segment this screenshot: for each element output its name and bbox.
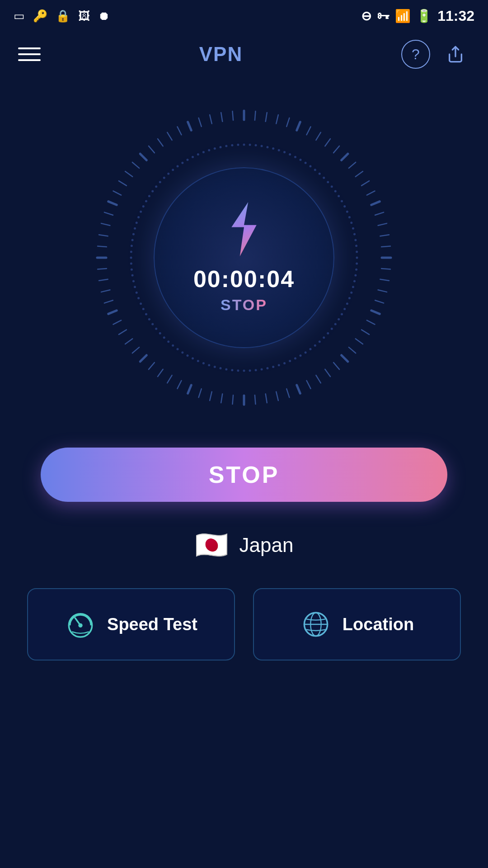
svg-line-58	[101, 290, 110, 292]
outer-dashes-ring[interactable]: 00:00:04 STOP	[90, 104, 398, 411]
svg-line-44	[210, 392, 212, 401]
vpn-toggle-button[interactable]: 00:00:04 STOP	[154, 167, 334, 348]
svg-point-104	[283, 362, 286, 364]
svg-point-144	[131, 239, 134, 241]
svg-point-97	[319, 340, 321, 343]
status-bar: ▭ 🔑 🔒 🖼 ⏺ ⊖ 🗝 📶 🔋 11:32	[0, 0, 488, 32]
svg-point-107	[266, 367, 268, 369]
svg-point-155	[159, 181, 161, 183]
svg-line-52	[132, 347, 139, 353]
svg-line-20	[381, 246, 390, 247]
svg-line-25	[375, 300, 384, 303]
svg-point-120	[192, 357, 194, 359]
svg-line-4	[276, 115, 278, 123]
svg-line-17	[375, 212, 384, 215]
svg-line-75	[177, 127, 181, 135]
svg-point-182	[305, 162, 307, 164]
share-button[interactable]	[441, 40, 470, 69]
svg-line-5	[286, 118, 289, 127]
sim-icon: ▭	[14, 9, 25, 23]
svg-point-81	[356, 257, 358, 259]
svg-point-192	[343, 205, 346, 208]
svg-point-185	[319, 173, 321, 175]
status-right-icons: ⊖ 🗝 📶 🔋 11:32	[361, 8, 474, 24]
svg-line-77	[199, 118, 202, 127]
header: VPN ?	[0, 32, 488, 77]
svg-line-26	[371, 311, 380, 314]
svg-point-127	[159, 332, 161, 335]
svg-point-190	[338, 195, 340, 197]
svg-point-180	[294, 156, 296, 158]
svg-line-57	[104, 300, 113, 303]
signal-icon: 📶	[395, 9, 411, 24]
image-icon: 🖼	[78, 9, 90, 23]
svg-point-169	[231, 144, 233, 146]
svg-point-154	[155, 185, 157, 188]
svg-point-140	[130, 263, 132, 265]
svg-line-73	[158, 139, 163, 146]
vpn-key-icon: 🗝	[377, 9, 389, 24]
svg-point-87	[350, 292, 352, 294]
svg-point-84	[354, 274, 357, 277]
svg-point-92	[338, 318, 340, 321]
svg-point-196	[352, 227, 354, 230]
svg-point-109	[255, 369, 257, 371]
svg-point-83	[355, 269, 357, 271]
svg-point-194	[348, 216, 351, 218]
lightning-icon	[221, 202, 267, 256]
svg-point-115	[220, 367, 222, 369]
svg-point-130	[148, 318, 150, 321]
svg-line-32	[333, 363, 339, 369]
svg-point-175	[266, 146, 268, 148]
svg-point-100	[305, 351, 307, 354]
help-button[interactable]: ?	[401, 40, 430, 69]
svg-line-7	[306, 127, 310, 135]
svg-point-119	[197, 360, 199, 362]
location-globe-icon	[300, 609, 332, 640]
stop-button[interactable]: STOP	[41, 448, 447, 502]
svg-point-151	[145, 200, 147, 203]
svg-point-191	[341, 200, 343, 203]
hamburger-menu[interactable]	[18, 47, 41, 61]
svg-point-195	[350, 222, 352, 224]
svg-line-35	[306, 381, 310, 389]
svg-point-139	[131, 269, 133, 271]
svg-point-178	[283, 151, 286, 153]
key-icon: 🔑	[33, 9, 47, 23]
svg-point-166	[214, 147, 216, 150]
svg-point-153	[151, 190, 154, 193]
vpn-circle-area: 00:00:04 STOP	[0, 104, 488, 411]
svg-point-179	[289, 153, 291, 156]
svg-point-85	[353, 280, 356, 282]
svg-point-141	[130, 257, 132, 259]
svg-line-40	[255, 395, 256, 404]
app-title: VPN	[199, 43, 243, 66]
svg-point-128	[155, 328, 157, 330]
svg-point-172	[249, 144, 251, 146]
svg-point-149	[140, 211, 142, 213]
svg-point-132	[142, 308, 145, 310]
svg-line-23	[380, 279, 389, 281]
svg-line-65	[104, 212, 113, 215]
svg-line-59	[99, 279, 108, 281]
svg-point-134	[137, 297, 140, 299]
svg-point-157	[167, 173, 169, 175]
speed-test-button[interactable]: Speed Test	[27, 588, 235, 660]
svg-line-3	[266, 113, 267, 122]
svg-line-10	[333, 146, 339, 153]
status-left-icons: ▭ 🔑 🔒 🖼 ⏺	[14, 9, 110, 23]
location-button[interactable]: Location	[253, 588, 461, 660]
svg-point-200	[356, 250, 358, 253]
country-flag: 🇯🇵	[195, 529, 229, 561]
svg-line-29	[356, 339, 363, 344]
svg-point-160	[181, 162, 183, 164]
svg-line-24	[378, 290, 387, 292]
svg-point-193	[346, 211, 348, 213]
svg-point-147	[136, 222, 138, 224]
svg-line-27	[367, 320, 375, 324]
svg-point-174	[261, 145, 263, 147]
svg-point-142	[130, 250, 132, 253]
svg-point-116	[214, 366, 216, 368]
svg-point-131	[145, 313, 147, 316]
svg-line-74	[167, 132, 172, 140]
